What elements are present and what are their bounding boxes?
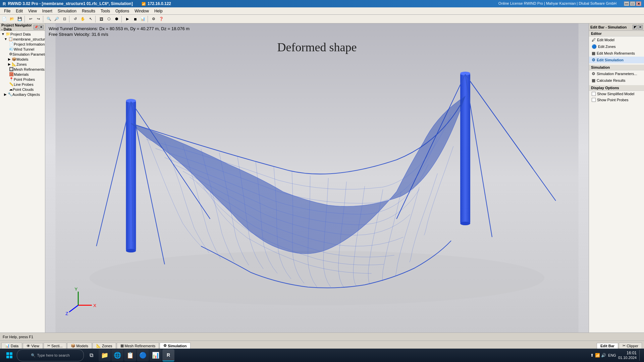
tab-edit-bar[interactable]: Edit Bar <box>597 343 618 349</box>
show-desktop-button[interactable] <box>639 350 641 361</box>
tb-settings[interactable]: ⚙ <box>150 15 157 23</box>
show-simplified-item[interactable]: Show Simplified Model <box>589 91 644 97</box>
start-button[interactable] <box>3 349 16 361</box>
lang-indicator: ENG <box>608 353 616 357</box>
tab-clipper-icon: ✂ <box>623 344 626 348</box>
tb-separator-4 <box>95 16 97 22</box>
viewport[interactable]: X Y Z Wind Tunnel Dimensions: Dx = 80.55… <box>45 23 589 333</box>
right-panel-close[interactable]: ✕ <box>638 25 643 29</box>
tree-sim-params[interactable]: ⚙ Simulation Parameters <box>0 52 45 57</box>
tree-wind-tunnel[interactable]: 💨 Wind Tunnel <box>0 47 45 52</box>
tb-solid[interactable]: ⬢ <box>113 15 120 23</box>
tb-simulate[interactable]: ▶ <box>124 15 131 23</box>
task-view-button[interactable]: ⧉ <box>85 349 98 361</box>
menu-options[interactable]: Options <box>113 8 132 14</box>
tree-icon-info: 📄 <box>9 42 14 46</box>
show-point-probes-item[interactable]: Show Point Probes <box>589 97 644 103</box>
edit-zones-item[interactable]: 🔵 Edit Zones <box>589 43 644 50</box>
tb-zoom-in[interactable]: 🔍 <box>45 15 53 23</box>
tree-materials[interactable]: 🧱 Materials <box>0 72 45 77</box>
rwind-taskbar[interactable]: R <box>162 349 174 361</box>
right-panel-undock[interactable]: ◤ <box>633 25 637 29</box>
show-simplified-checkbox[interactable] <box>592 92 596 96</box>
tb-redo[interactable]: ↪ <box>35 15 42 23</box>
tb-new[interactable]: 📄 <box>1 15 8 23</box>
tree-models[interactable]: ▶ 📦 Models <box>0 57 45 62</box>
menu-edit[interactable]: Edit <box>13 8 25 14</box>
app3-taskbar[interactable]: 📋 <box>124 349 136 361</box>
tree-line-probes[interactable]: 📏 Line Probes <box>0 82 45 87</box>
close-button[interactable]: ✕ <box>636 1 641 6</box>
tb-results[interactable]: 📊 <box>139 15 147 23</box>
tb-zoom-out[interactable]: 🔎 <box>53 15 60 23</box>
app4-taskbar[interactable]: 🔵 <box>137 349 149 361</box>
tab-models[interactable]: 📦 Models <box>67 343 92 349</box>
tab-data[interactable]: 📊 Data <box>1 343 22 349</box>
sim-params-item[interactable]: ⚙ Simulation Parameters... <box>589 70 644 77</box>
tree-point-clouds[interactable]: ☁ Point Clouds <box>0 87 45 92</box>
tb-wire[interactable]: ⬡ <box>105 15 113 23</box>
tb-render[interactable]: 🖼 <box>98 15 105 23</box>
edge-taskbar[interactable]: 🌐 <box>111 349 123 361</box>
tb-stop[interactable]: ⏹ <box>131 15 139 23</box>
tab-view[interactable]: 👁 View <box>23 343 43 349</box>
edit-model-item[interactable]: 🖊 Edit Model <box>589 37 644 43</box>
app5-taskbar[interactable]: 📊 <box>150 349 162 361</box>
tb-select[interactable]: ↖ <box>87 15 94 23</box>
menubar: File Edit View Insert Simulation Results… <box>0 7 644 15</box>
calc-results-item[interactable]: ▦ Calculate Results <box>589 77 644 84</box>
tree-label-mesh: Mesh Refinements <box>14 67 45 71</box>
toolbar: 📄 📂 💾 ↩ ↪ 🔍 🔎 ⊡ ↺ ✋ ↖ 🖼 ⬡ ⬢ ▶ ⏹ 📊 ⚙ ❓ <box>0 15 644 23</box>
tree-icon-wind: 💨 <box>9 47 14 51</box>
tb-open[interactable]: 📂 <box>8 15 16 23</box>
tb-fit[interactable]: ⊡ <box>61 15 68 23</box>
tb-help[interactable]: ❓ <box>158 15 165 23</box>
show-point-probes-checkbox[interactable] <box>592 98 596 102</box>
tab-zones[interactable]: 📐 Zones <box>93 343 116 349</box>
viewport-info: Wind Tunnel Dimensions: Dx = 80.553 m, D… <box>49 26 190 37</box>
tb-undo[interactable]: ↩ <box>27 15 34 23</box>
tb-save[interactable]: 💾 <box>16 15 23 23</box>
tree-label-zones: Zones <box>16 62 27 66</box>
tree-project-info[interactable]: 📄 Project Information <box>0 42 45 47</box>
menu-view[interactable]: View <box>25 8 40 14</box>
tab-clipper[interactable]: ✂ Clipper <box>619 343 642 349</box>
display-options-section-title: Display Options <box>589 85 644 91</box>
tb-pan[interactable]: ✋ <box>79 15 87 23</box>
menu-file[interactable]: File <box>1 8 13 14</box>
minimize-button[interactable]: — <box>624 1 629 6</box>
edit-mesh-item[interactable]: ▦ Edit Mesh Refinements <box>589 50 644 57</box>
tb-rotate[interactable]: ↺ <box>71 15 79 23</box>
tree-point-probes[interactable]: 📍 Point Probes <box>0 77 45 82</box>
status-text: For Help, press F1 <box>3 335 33 339</box>
tree-expand-icon-2: ▼ <box>4 37 7 41</box>
svg-rect-25 <box>10 356 12 358</box>
edit-model-icon: 🖊 <box>592 38 596 42</box>
tree-aux-objects[interactable]: ▶ 🔧 Auxiliary Objects <box>0 92 45 97</box>
tab-section-label: Secti... <box>51 344 63 348</box>
menu-help[interactable]: Help <box>152 8 165 14</box>
main-layout: Project Navigator - Data 📌 ✕ ▼ 📁 Project… <box>0 23 644 333</box>
menu-window[interactable]: Window <box>132 8 152 14</box>
menu-insert[interactable]: Insert <box>40 8 55 14</box>
tab-view-label: View <box>31 344 39 348</box>
tab-simulation[interactable]: ⚙ Simulation <box>160 343 190 349</box>
tree-membrane[interactable]: ▼ 📋 membrane_structure1 <box>0 37 45 42</box>
menu-results[interactable]: Results <box>79 8 98 14</box>
tree-label-pc: Point Clouds <box>13 87 34 92</box>
tab-section[interactable]: ✂ Secti... <box>44 343 66 349</box>
search-icon: 🔍 <box>31 353 36 358</box>
tree-project-data[interactable]: ▼ 📁 Project Data <box>0 32 45 37</box>
menu-tools[interactable]: Tools <box>98 8 113 14</box>
panel-header: Project Navigator - Data 📌 ✕ <box>0 23 45 31</box>
edit-simulation-item[interactable]: ⚙ Edit Simulation <box>589 57 644 63</box>
menu-simulation[interactable]: Simulation <box>55 8 79 14</box>
tree-mesh-refine[interactable]: 🔲 Mesh Refinements <box>0 67 45 72</box>
panel-pin-button[interactable]: 📌 <box>34 25 38 29</box>
maximize-button[interactable]: □ <box>630 1 635 6</box>
tree-zones[interactable]: ▶ 📐 Zones <box>0 62 45 67</box>
panel-close-button[interactable]: ✕ <box>39 25 44 29</box>
tab-mesh-refinements[interactable]: ▦ Mesh Refinements <box>117 343 159 349</box>
file-explorer-taskbar[interactable]: 📁 <box>99 349 111 361</box>
search-button[interactable]: 🔍 Type here to search <box>17 349 84 361</box>
